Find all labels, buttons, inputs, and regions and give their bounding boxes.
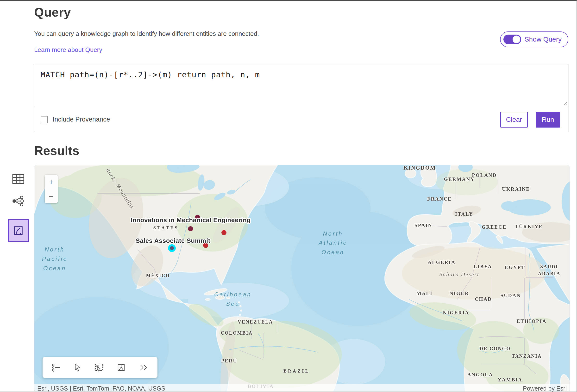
map-label-country: TÜRKIYE — [515, 223, 543, 230]
map-label-country: BRAZIL — [284, 368, 310, 374]
expand-toolbar-button[interactable] — [137, 363, 150, 372]
map-label-country: CHAD — [475, 295, 492, 303]
legend-list-icon — [52, 363, 60, 372]
map-label-country: ZAMBIA — [498, 376, 522, 383]
query-editor: MATCH path=(n)-[r*..2]->(m) return path,… — [34, 64, 569, 107]
map-label-country: TANZANIA — [512, 352, 542, 359]
map-label-country: VENEZUELA — [238, 318, 273, 325]
show-query-toggle[interactable]: Show Query — [500, 32, 568, 47]
view-switcher — [7, 171, 29, 242]
attribution-powered-by: Powered by Esri — [523, 385, 567, 392]
map-label-ocean: North Atlantic Ocean — [319, 229, 347, 257]
select-polygon-icon — [117, 363, 125, 372]
map-icon — [13, 226, 23, 235]
select-rectangle-button[interactable] — [93, 362, 105, 373]
map-label-country: STATES — [153, 225, 179, 231]
map-label-country: MÉXICO — [146, 272, 170, 279]
map-label-country: DR CONGO — [480, 345, 511, 352]
map-label-physical: Sahara Desert — [439, 271, 479, 278]
map-label-country: PERÚ — [221, 357, 237, 364]
map-attribution: Esri, USGS | Esri, TomTom, FAO, NOAA, US… — [34, 384, 570, 392]
zoom-in-button[interactable]: + — [45, 175, 58, 189]
map-label-country: ANGOLA — [467, 371, 493, 378]
include-provenance-row: Include Provenance — [41, 116, 110, 123]
map-label-country: UKRAINE — [502, 185, 530, 193]
results-area: KINGDOMPOLANDGERMANYUKRAINEFRANCEITALYSP… — [34, 165, 569, 392]
map-label-country: ETHIOPIA — [516, 318, 546, 325]
map-zoom-control: + − — [45, 175, 58, 203]
run-button[interactable]: Run — [536, 112, 560, 128]
map-label-country: NIGER — [450, 290, 469, 297]
map-label-country: GREECE — [482, 223, 506, 230]
select-rectangle-icon — [95, 363, 104, 372]
link-chart-view-button[interactable] — [11, 193, 26, 209]
include-provenance-label: Include Provenance — [53, 116, 110, 123]
map-label-country: COLOMBIA — [221, 329, 253, 336]
map-label-country: ITALY — [455, 210, 473, 218]
map-label-ocean: Caribbean Sea — [214, 290, 252, 309]
map-label-country: MALI — [416, 290, 433, 297]
map-view-button-selected[interactable] — [8, 219, 29, 242]
map-label-country: POLAND — [472, 171, 497, 178]
toggle-switch[interactable] — [504, 34, 521, 44]
zoom-out-button[interactable]: − — [45, 189, 58, 203]
map-label-country: SUDAN — [501, 292, 521, 299]
map-label-entity: Innovations in Mechanical Engineering — [131, 216, 251, 224]
query-footer: Include Provenance Clear Run — [34, 107, 569, 132]
results-map[interactable]: KINGDOMPOLANDGERMANYUKRAINEFRANCEITALYSP… — [34, 165, 570, 392]
map-label-country: NIGERIA — [443, 309, 469, 316]
map-label-country: SPAIN — [414, 222, 432, 229]
results-title: Results — [34, 143, 569, 158]
attribution-sources: Esri, USGS | Esri, TomTom, FAO, NOAA, US… — [37, 385, 165, 392]
include-provenance-checkbox[interactable] — [41, 116, 48, 123]
map-label-country: LIBYA — [474, 263, 492, 270]
page-title: Query — [34, 5, 569, 19]
double-chevron-right-icon — [139, 364, 148, 371]
query-panel: MATCH path=(n)-[r*..2]->(m) return path,… — [34, 64, 569, 132]
select-cursor-button[interactable] — [72, 362, 82, 373]
select-polygon-button[interactable] — [116, 362, 127, 373]
learn-more-link[interactable]: Learn more about Query — [34, 46, 102, 54]
map-label-country: GERMANY — [444, 175, 474, 183]
map-label-physical: Rocky Mountains — [104, 167, 136, 210]
page-description: You can query a knowledge graph to ident… — [34, 30, 569, 37]
clear-button[interactable]: Clear — [500, 112, 528, 128]
toggle-knob — [512, 35, 520, 43]
map-label-country: ALGERIA — [428, 259, 456, 266]
textarea-resize-handle[interactable] — [563, 101, 568, 106]
show-query-label: Show Query — [525, 35, 562, 43]
table-icon — [12, 174, 25, 184]
map-label-ocean: North Pacific Ocean — [42, 245, 68, 273]
query-page: Query Show Query You can query a knowled… — [0, 5, 577, 392]
link-chart-icon — [12, 196, 24, 207]
table-view-button[interactable] — [11, 171, 26, 187]
map-label-country: EGYPT — [505, 264, 525, 271]
map-toolbar — [42, 357, 157, 378]
map-label-entity: Sales Associate Summit — [136, 237, 210, 245]
map-label-country: KINGDOM — [403, 165, 436, 172]
map-label-country: FRANCE — [427, 195, 452, 202]
map-label-country: SAUDI ARABIA — [538, 263, 560, 277]
query-input[interactable]: MATCH path=(n)-[r*..2]->(m) return path,… — [34, 64, 569, 107]
legend-button[interactable] — [50, 362, 62, 373]
cursor-icon — [74, 363, 81, 372]
